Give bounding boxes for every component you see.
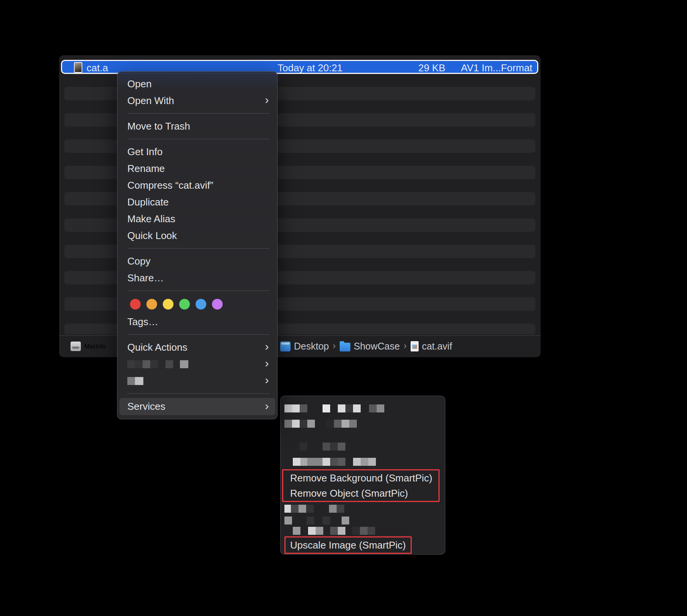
menu-item-move-to-trash[interactable]: Move to Trash bbox=[117, 118, 277, 135]
menu-item-label: Quick Look bbox=[127, 230, 177, 242]
redacted-label bbox=[284, 439, 345, 454]
menu-item-label: Share… bbox=[127, 272, 164, 284]
file-kind: AV1 Im...Format bbox=[461, 62, 532, 74]
submenu-gap bbox=[281, 431, 445, 439]
tag-color-blue[interactable] bbox=[196, 299, 206, 310]
path-crumb-showcase[interactable]: ShowCase bbox=[340, 341, 400, 352]
redacted-label bbox=[284, 526, 375, 536]
submenu-item-label: Remove Background (SmartPic) bbox=[290, 472, 432, 484]
menu-item-label: Compress “cat.avif” bbox=[127, 180, 213, 191]
submenu-item-redacted[interactable] bbox=[281, 439, 445, 454]
submenu-chevron-icon: › bbox=[265, 374, 269, 386]
menu-item-label: Quick Actions bbox=[127, 342, 188, 353]
submenu-chevron-icon: › bbox=[265, 94, 269, 106]
folder-icon bbox=[340, 343, 350, 351]
menu-separator bbox=[117, 135, 277, 143]
menu-item-label: Duplicate bbox=[127, 196, 169, 208]
desktop-folder-icon bbox=[280, 342, 291, 351]
path-crumb-label: Desktop bbox=[294, 341, 329, 352]
submenu-item-redacted[interactable] bbox=[281, 515, 445, 526]
redacted-label bbox=[127, 356, 188, 372]
redacted-label bbox=[284, 416, 357, 431]
menu-item-redacted[interactable]: › bbox=[117, 372, 277, 389]
file-date-modified: Today at 20:21 bbox=[278, 62, 343, 74]
submenu-item-remove-background-smartpic[interactable]: Remove Background (SmartPic) bbox=[283, 470, 438, 486]
smartpic-highlight-box: Remove Background (SmartPic)Remove Objec… bbox=[282, 469, 440, 502]
menu-item-share[interactable]: Share… bbox=[117, 270, 277, 286]
menu-item-services[interactable]: Services› bbox=[119, 398, 275, 415]
path-chevron-icon: › bbox=[403, 340, 407, 353]
menu-item-label: Rename bbox=[127, 163, 165, 175]
menu-item-get-info[interactable]: Get Info bbox=[117, 143, 277, 160]
path-crumb-label: ShowCase bbox=[354, 341, 400, 352]
menu-item-label: Copy bbox=[127, 255, 151, 267]
menu-item-label: Make Alias bbox=[127, 213, 175, 225]
menu-item-label: Move to Trash bbox=[127, 120, 190, 132]
submenu-item-redacted[interactable] bbox=[281, 502, 445, 515]
menu-item-copy[interactable]: Copy bbox=[117, 253, 277, 270]
tag-color-green[interactable] bbox=[179, 299, 190, 310]
redacted-label bbox=[284, 515, 349, 526]
menu-item-redacted[interactable]: › bbox=[117, 356, 277, 372]
submenu-item-label: Upscale Image (SmartPic) bbox=[290, 539, 406, 551]
path-crumb-desktop[interactable]: Desktop bbox=[280, 341, 329, 352]
context-menu: OpenOpen With›Move to TrashGet InfoRenam… bbox=[117, 71, 278, 419]
submenu-chevron-icon: › bbox=[265, 400, 269, 412]
submenu-item-redacted[interactable] bbox=[281, 416, 445, 431]
file-name: cat.a bbox=[87, 62, 108, 74]
menu-item-open[interactable]: Open bbox=[117, 75, 277, 92]
menu-item-tags[interactable]: Tags… bbox=[117, 313, 277, 330]
tag-color-orange[interactable] bbox=[146, 299, 157, 310]
menu-item-label: Get Info bbox=[127, 146, 163, 158]
menu-item-quick-look[interactable]: Quick Look bbox=[117, 227, 277, 244]
menu-item-open-with[interactable]: Open With› bbox=[117, 92, 277, 109]
path-crumb-label: Macinto bbox=[84, 343, 106, 350]
path-crumb-volume[interactable]: Macinto bbox=[71, 336, 106, 357]
redacted-label bbox=[284, 502, 344, 515]
redacted-label bbox=[284, 401, 384, 416]
submenu-chevron-icon: › bbox=[265, 341, 269, 352]
tag-color-row bbox=[117, 295, 277, 313]
submenu-item-label: Remove Object (SmartPic) bbox=[290, 488, 408, 499]
smartpic-highlight-box: Upscale Image (SmartPic) bbox=[284, 536, 412, 554]
tag-color-red[interactable] bbox=[130, 299, 141, 310]
redacted-label bbox=[284, 454, 376, 469]
submenu-item-redacted[interactable] bbox=[281, 401, 445, 416]
path-crumb-cat-avif[interactable]: cat.avif bbox=[411, 341, 452, 352]
path-crumbs: Desktop›ShowCase›cat.avif bbox=[280, 336, 452, 357]
services-submenu: Remove Background (SmartPic)Remove Objec… bbox=[280, 396, 445, 555]
menu-separator bbox=[117, 389, 277, 398]
menu-item-rename[interactable]: Rename bbox=[117, 160, 277, 177]
redacted-label bbox=[127, 372, 143, 389]
menu-item-label: Open bbox=[127, 78, 152, 90]
submenu-item-redacted[interactable] bbox=[281, 526, 445, 536]
submenu-item-remove-object-smartpic[interactable]: Remove Object (SmartPic) bbox=[283, 486, 438, 501]
submenu-chevron-icon: › bbox=[265, 358, 269, 369]
menu-item-label: Services bbox=[127, 401, 165, 412]
menu-separator bbox=[117, 286, 277, 295]
file-thumbnail-icon bbox=[74, 62, 82, 73]
file-size: 29 KB bbox=[407, 62, 445, 74]
menu-item-compress-cat-avif[interactable]: Compress “cat.avif” bbox=[117, 177, 277, 194]
submenu-item-redacted[interactable] bbox=[281, 454, 445, 469]
menu-separator bbox=[117, 330, 277, 339]
menu-item-label: Open With bbox=[127, 95, 174, 107]
tag-color-purple[interactable] bbox=[212, 299, 223, 310]
submenu-item-upscale-image-smartpic[interactable]: Upscale Image (SmartPic) bbox=[286, 537, 411, 553]
hard-drive-icon bbox=[71, 342, 81, 351]
menu-item-quick-actions[interactable]: Quick Actions› bbox=[117, 339, 277, 356]
menu-item-label: Tags… bbox=[127, 316, 158, 328]
menu-separator bbox=[117, 109, 277, 118]
file-icon bbox=[411, 341, 419, 351]
menu-item-make-alias[interactable]: Make Alias bbox=[117, 210, 277, 227]
menu-separator bbox=[117, 244, 277, 253]
path-chevron-icon: › bbox=[332, 340, 336, 353]
path-crumb-label: cat.avif bbox=[422, 341, 452, 352]
tag-color-yellow[interactable] bbox=[163, 299, 173, 310]
menu-item-duplicate[interactable]: Duplicate bbox=[117, 194, 277, 210]
